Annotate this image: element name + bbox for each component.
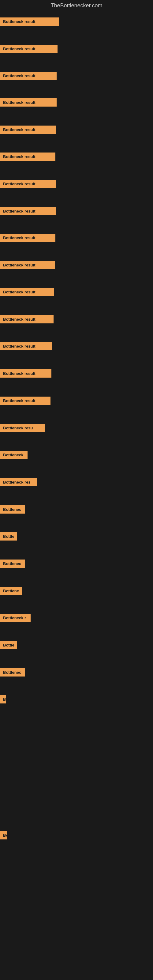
bottleneck-item: Bottleneck result — [0, 234, 56, 243]
bottleneck-item: Bottleneck result — [0, 72, 57, 81]
bottleneck-label: Bottleneck result — [0, 234, 56, 242]
bottleneck-label: Bottlenec — [0, 668, 25, 676]
bottleneck-item: Bottleneck res — [0, 478, 37, 488]
bottleneck-label: Bottleneck res — [0, 478, 37, 486]
bottleneck-label: Bottlenec — [0, 505, 25, 514]
bottleneck-item: Bottle — [0, 532, 17, 542]
bottleneck-label: Bottleneck result — [0, 261, 55, 269]
bottleneck-label: Bottlene — [0, 587, 22, 595]
bottleneck-label: Bottleneck result — [0, 180, 56, 188]
bottleneck-item: Bottleneck — [0, 451, 27, 460]
bottleneck-label: Bottleneck result — [0, 18, 59, 26]
bottleneck-label: Bottleneck result — [0, 396, 51, 405]
bottleneck-item: Bottleneck resu — [0, 424, 45, 433]
bottleneck-item: Bottleneck result — [0, 369, 51, 379]
bottleneck-item: Bottlenec — [0, 668, 25, 678]
bottleneck-label: Bottleneck result — [0, 153, 56, 161]
bottleneck-label: Bottleneck result — [0, 98, 57, 107]
bottleneck-label: B — [0, 695, 6, 703]
bottleneck-label: Bottle — [0, 532, 17, 541]
bottleneck-item: Bottleneck result — [0, 315, 54, 325]
bottleneck-item: Bottleneck r — [0, 614, 30, 623]
bottleneck-item: Bottleneck result — [0, 342, 52, 352]
bottleneck-label: Bottleneck result — [0, 288, 54, 296]
bottleneck-item: Bottleneck result — [0, 126, 56, 135]
bottleneck-label: Bottleneck result — [0, 342, 52, 350]
bottleneck-label: Bottleneck resu — [0, 424, 45, 432]
bottleneck-label: Bottleneck result — [0, 72, 57, 80]
bottleneck-label: Bottleneck result — [0, 126, 56, 134]
bottleneck-item: Bottlene — [0, 587, 22, 596]
bottleneck-label: Bottleneck r — [0, 614, 30, 622]
bottleneck-label: Bo — [0, 831, 7, 840]
page-container: TheBottlenecker.com Bottleneck resultBot… — [0, 0, 153, 980]
bottleneck-item: Bottlenec — [0, 560, 25, 569]
bottleneck-item: Bo — [0, 831, 7, 841]
bottleneck-item: Bottle — [0, 641, 17, 651]
bottleneck-item: Bottleneck result — [0, 288, 54, 298]
bottleneck-item: Bottleneck result — [0, 261, 55, 270]
bottleneck-item: Bottleneck result — [0, 180, 56, 189]
bottleneck-item: Bottleneck result — [0, 45, 57, 54]
bottleneck-item: Bottleneck result — [0, 18, 59, 27]
bottleneck-label: Bottleneck — [0, 451, 27, 459]
bottleneck-item: Bottleneck result — [0, 153, 56, 162]
bottleneck-label: Bottleneck result — [0, 369, 51, 378]
bottleneck-item: B — [0, 695, 6, 705]
bottleneck-label: Bottleneck result — [0, 45, 57, 53]
bottleneck-item: Bottleneck result — [0, 207, 56, 216]
bottleneck-item: Bottleneck result — [0, 396, 51, 406]
bottleneck-label: Bottleneck result — [0, 207, 56, 215]
bottleneck-item: Bottlenec — [0, 505, 25, 515]
site-title: TheBottlenecker.com — [0, 0, 153, 13]
bottleneck-item: Bottleneck result — [0, 98, 57, 108]
bottleneck-label: Bottleneck result — [0, 315, 54, 323]
bottleneck-label: Bottle — [0, 641, 17, 649]
bottleneck-label: Bottlenec — [0, 560, 25, 568]
